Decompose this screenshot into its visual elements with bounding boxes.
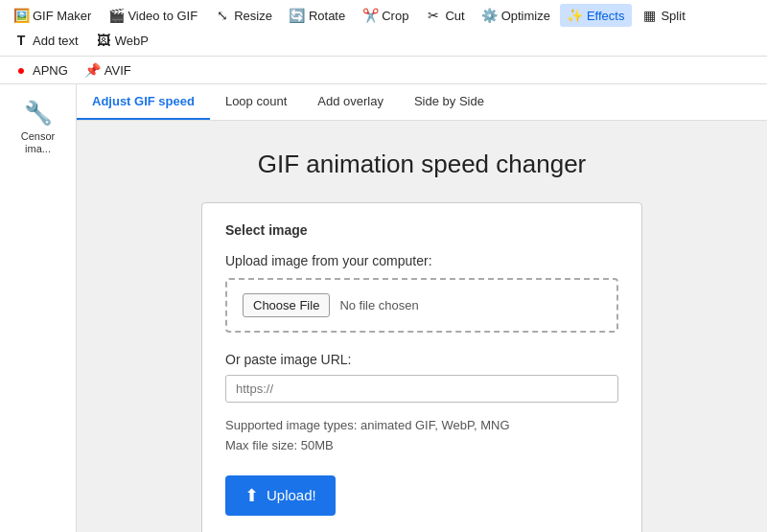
no-file-text: No file chosen [339,298,418,312]
toolbar-resize[interactable]: ⤡ Resize [207,4,280,27]
upload-card: Select image Upload image from your comp… [201,202,642,532]
rotate-icon: 🔄 [290,8,305,23]
webp-icon: 🖼 [96,33,111,48]
sidebar-item-censor[interactable]: 🔧 Censor ima... [4,92,72,163]
tabs-bar: Adjust GIF speed Loop count Add overlay … [77,84,767,121]
tab-loop-count[interactable]: Loop count [210,84,302,120]
tab-side-by-side[interactable]: Side by Side [399,84,500,120]
sidebar: 🔧 Censor ima... [0,84,77,532]
page-wrapper: 🔧 Censor ima... Adjust GIF speed Loop co… [0,84,767,532]
upload-button[interactable]: ⬆ Upload! [225,475,336,516]
secondary-toolbar: ● APNG 📌 AVIF [0,57,767,84]
toolbar-cut[interactable]: ✂ Cut [418,4,472,27]
toolbar-gif-maker[interactable]: 🖼️ GIF Maker [6,4,99,27]
resize-icon: ⤡ [215,8,230,23]
toolbar-optimize[interactable]: ⚙️ Optimize [475,4,558,27]
gif-maker-icon: 🖼️ [13,8,29,23]
toolbar-webp[interactable]: 🖼 WebP [88,29,156,52]
toolbar-video-to-gif[interactable]: 🎬 Video to GIF [101,4,205,27]
card-section-title: Select image [225,222,618,238]
toolbar-crop[interactable]: ✂️ Crop [355,4,416,27]
add-text-icon: T [13,33,29,48]
main-content: GIF animation speed changer Select image… [77,121,767,532]
video-to-gif-icon: 🎬 [108,8,124,23]
upload-box: Choose File No file chosen [225,278,618,333]
crop-icon: ✂️ [362,8,378,23]
apng-icon: ● [13,62,29,78]
tab-adjust-speed[interactable]: Adjust GIF speed [77,84,210,120]
toolbar-effects[interactable]: ✨ Effects [560,4,633,27]
toolbar-avif[interactable]: 📌 AVIF [78,58,139,81]
cut-icon: ✂ [426,8,441,23]
toolbar-apng[interactable]: ● APNG [6,58,76,81]
optimize-icon: ⚙️ [482,8,498,23]
url-input[interactable] [225,375,618,403]
toolbar-split[interactable]: ▦ Split [634,4,692,27]
main-toolbar: 🖼️ GIF Maker 🎬 Video to GIF ⤡ Resize 🔄 R… [0,0,767,57]
split-icon: ▦ [641,8,657,23]
upload-icon: ⬆ [244,485,259,506]
tab-add-overlay[interactable]: Add overlay [302,84,399,120]
toolbar-add-text[interactable]: T Add text [6,29,86,52]
upload-label: Upload image from your computer: [225,253,618,268]
censor-icon: 🔧 [24,100,53,127]
effects-icon: ✨ [568,8,583,23]
toolbar-rotate[interactable]: 🔄 Rotate [282,4,353,27]
url-label: Or paste image URL: [225,352,618,367]
page-title: GIF animation speed changer [96,150,748,179]
supported-text: Supported image types: animated GIF, Web… [225,416,618,456]
avif-icon: 📌 [85,62,101,78]
choose-file-button[interactable]: Choose File [243,293,330,317]
